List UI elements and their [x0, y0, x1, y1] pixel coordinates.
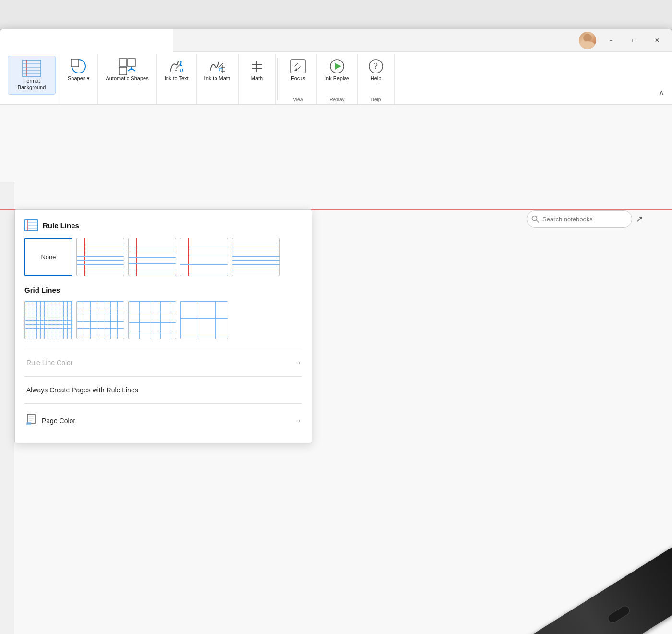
none-label: None	[41, 254, 56, 261]
ribbon-group-math: Math	[239, 54, 276, 104]
ink-to-math-icon: π	[208, 58, 227, 75]
large-grid-preview	[129, 301, 176, 339]
ink-to-text-label: Ink to Text	[165, 75, 189, 82]
rule-option-legal[interactable]	[232, 238, 280, 276]
page-color-item[interactable]: Page Color ›	[24, 408, 302, 433]
page-color-label: Page Color	[42, 417, 75, 425]
red-margin-narrow	[84, 238, 85, 276]
svg-rect-9	[128, 59, 135, 66]
grid-option-large[interactable]	[128, 301, 176, 339]
small-grid-preview	[25, 301, 72, 339]
medium-preview	[129, 238, 176, 276]
divider-2	[24, 376, 302, 377]
rule-lines-title: Rule Lines	[43, 221, 79, 230]
rule-lines-header-icon	[24, 219, 38, 231]
minimize-button[interactable]: −	[600, 33, 622, 48]
shapes-icon	[70, 58, 88, 75]
ribbon-group-ink-replay: Ink Replay Replay	[317, 54, 358, 104]
view-group-label: View	[293, 96, 303, 102]
svg-marker-21	[294, 68, 297, 71]
grid-lines-title: Grid Lines	[24, 286, 60, 294]
narrow-preview	[77, 238, 124, 276]
replay-group-label: Replay	[329, 96, 344, 102]
h-line-6	[77, 264, 124, 265]
math-icon	[248, 58, 266, 75]
content-area: ↗ Rule Lines N	[0, 105, 672, 634]
rule-line-color-item[interactable]: Rule Line Color ›	[24, 353, 302, 372]
svg-rect-20	[291, 60, 305, 73]
svg-line-27	[536, 220, 539, 222]
app-window: − □ ✕ Format Background	[0, 29, 672, 634]
focus-button[interactable]: Focus	[284, 56, 312, 84]
legal-preview	[232, 238, 279, 276]
automatic-shapes-button[interactable]: Automatic Shapes	[102, 56, 152, 84]
page-color-arrow: ›	[298, 417, 300, 424]
rule-line-color-arrow: ›	[298, 359, 300, 366]
svg-rect-10	[119, 67, 127, 75]
collapse-ribbon-button[interactable]: ∧	[655, 85, 668, 99]
focus-icon	[289, 58, 307, 75]
help-label: Help	[371, 75, 382, 82]
ink-to-text-button[interactable]: a Ink to Text	[161, 56, 192, 84]
rule-lines-options: None	[24, 238, 302, 276]
shapes-label: Shapes ▾	[68, 75, 90, 82]
focus-label: Focus	[291, 75, 305, 82]
help-button[interactable]: ? Help	[361, 56, 390, 84]
search-bar: ↗	[527, 210, 643, 228]
window-controls: − □ ✕	[600, 33, 668, 48]
expand-search-button[interactable]: ↗	[636, 214, 643, 224]
format-background-button[interactable]: Format Background	[8, 56, 56, 95]
red-margin-wide	[188, 238, 189, 276]
svg-text:a: a	[180, 66, 183, 73]
svg-rect-8	[119, 59, 127, 66]
rule-option-wide[interactable]	[180, 238, 228, 276]
rule-option-medium[interactable]	[128, 238, 176, 276]
ribbon-group-format: Format Background	[4, 54, 60, 104]
grid-lines-section-header: Grid Lines	[24, 286, 302, 294]
avatar[interactable]	[579, 32, 596, 49]
rule-option-narrow[interactable]	[76, 238, 124, 276]
ink-replay-icon	[328, 58, 346, 75]
help-icon: ?	[367, 58, 385, 75]
svg-rect-37	[26, 422, 31, 425]
maximize-button[interactable]: □	[623, 33, 645, 48]
rule-lines-section-header: Rule Lines	[24, 219, 302, 231]
svg-marker-11	[130, 66, 133, 70]
medium-grid-preview	[77, 301, 124, 339]
h-line-8	[77, 272, 124, 272]
grid-option-medium[interactable]	[76, 301, 124, 339]
shapes-button[interactable]: Shapes ▾	[64, 56, 94, 84]
divider-3	[24, 403, 302, 404]
title-bar-left-panel	[0, 29, 173, 52]
ribbon: Format Background Shapes ▾	[0, 52, 672, 105]
grid-lines-options	[24, 301, 302, 339]
svg-rect-7	[71, 59, 79, 67]
close-button[interactable]: ✕	[646, 33, 668, 48]
format-background-icon	[22, 59, 42, 77]
search-icon	[531, 215, 539, 223]
rule-option-none[interactable]: None	[24, 238, 72, 276]
math-label: Math	[251, 75, 263, 82]
svg-rect-28	[25, 220, 37, 231]
page-color-svg-icon	[26, 414, 37, 425]
ribbon-group-auto-shapes: Automatic Shapes	[98, 54, 156, 104]
xlarge-grid-preview	[180, 301, 228, 339]
title-bar: − □ ✕	[0, 29, 672, 52]
ink-to-math-label: Ink to Math	[204, 75, 230, 82]
math-button[interactable]: Math	[242, 56, 271, 84]
search-input-wrap	[527, 210, 632, 228]
always-create-pages-item[interactable]: Always Create Pages with Rule Lines	[24, 380, 302, 400]
wide-preview	[180, 238, 228, 276]
format-background-label: Format Background	[18, 77, 46, 91]
ink-replay-button[interactable]: Ink Replay	[321, 56, 353, 84]
h-line-1	[77, 245, 124, 245]
search-notebooks-input[interactable]	[527, 210, 632, 228]
left-sidebar	[0, 182, 14, 634]
h-line-7	[77, 268, 124, 268]
divider-1	[24, 349, 302, 349]
ink-to-math-button[interactable]: π Ink to Math	[201, 56, 234, 84]
grid-option-xlarge[interactable]	[180, 301, 228, 339]
grid-option-small[interactable]	[24, 301, 72, 339]
always-create-pages-label: Always Create Pages with Rule Lines	[26, 386, 138, 394]
ribbon-group-ink-to-text: a Ink to Text	[157, 54, 197, 104]
